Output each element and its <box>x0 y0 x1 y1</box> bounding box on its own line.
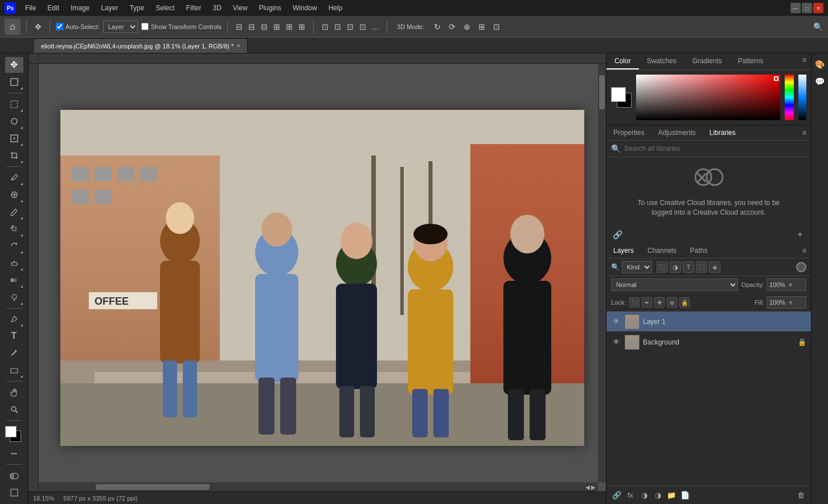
tab-adjustments[interactable]: Adjustments <box>651 125 703 140</box>
color-panel-menu[interactable]: ≡ <box>798 54 811 69</box>
menu-3d[interactable]: 3D <box>208 3 226 13</box>
tab-layers[interactable]: Layers <box>606 243 641 258</box>
menu-plugins[interactable]: Plugins <box>255 3 286 13</box>
search-button[interactable]: 🔍 <box>812 21 823 32</box>
delete-layer-icon[interactable]: 🗑 <box>795 490 806 501</box>
layer1-visibility[interactable]: 👁 <box>611 317 621 327</box>
layer-item-background[interactable]: 👁 Background 🔒 <box>606 332 811 353</box>
eyedropper-tool-button[interactable] <box>5 170 23 186</box>
dist-v-icon[interactable]: ⊡ <box>332 21 343 32</box>
background-visibility[interactable]: 👁 <box>611 337 621 347</box>
align-bottom-icon[interactable]: ⊞ <box>296 21 308 32</box>
layer-item-layer1[interactable]: 👁 Layer 1 <box>606 312 811 332</box>
gradient-tool-button[interactable] <box>5 272 23 288</box>
opacity-chevron[interactable]: ▼ <box>788 282 793 288</box>
shape-tool-button[interactable] <box>5 362 23 378</box>
history-brush-button[interactable] <box>5 238 23 254</box>
tab-swatches[interactable]: Swatches <box>639 54 684 69</box>
align-top-icon[interactable]: ⊞ <box>271 21 282 32</box>
clone-tool-button[interactable] <box>5 221 23 237</box>
close-button[interactable]: ✕ <box>813 3 823 13</box>
scroll-left-arrow[interactable]: ◀ <box>585 484 590 490</box>
dist-space-icon[interactable]: ⊡ <box>357 21 368 32</box>
vertical-scrollbar[interactable] <box>598 64 606 482</box>
menu-help[interactable]: Help <box>324 3 347 13</box>
menu-window[interactable]: Window <box>288 3 322 13</box>
screen-mode-button[interactable] <box>5 485 23 501</box>
dodge-tool-button[interactable] <box>5 289 23 305</box>
layers-panel-menu[interactable]: ≡ <box>798 244 811 257</box>
layer-kind-filter[interactable]: Kind <box>622 261 652 273</box>
auto-select-check[interactable] <box>56 23 63 30</box>
group-layers-icon[interactable]: 📁 <box>666 490 677 501</box>
select-tool-button[interactable] <box>5 130 23 146</box>
align-right-icon[interactable]: ⊟ <box>259 21 270 32</box>
filter-toggle[interactable] <box>796 262 806 272</box>
minimize-button[interactable]: — <box>790 3 801 13</box>
path-select-button[interactable] <box>5 345 23 361</box>
fill-input[interactable]: 100% ▼ <box>766 296 806 309</box>
3d-rotate-icon[interactable]: ↻ <box>432 21 443 32</box>
3d-scale-icon[interactable]: ⊡ <box>491 21 502 32</box>
menu-file[interactable]: File <box>21 3 40 13</box>
tab-paths[interactable]: Paths <box>683 243 715 258</box>
fill-chevron[interactable]: ▼ <box>788 300 793 306</box>
3d-slide-icon[interactable]: ⊞ <box>476 21 487 32</box>
tab-properties[interactable]: Properties <box>606 125 651 140</box>
lock-position-icon[interactable]: ⊕ <box>667 297 677 308</box>
vscroll-thumb[interactable] <box>599 75 605 109</box>
zoom-tool-button[interactable] <box>5 401 23 417</box>
more-tools-button[interactable]: ••• <box>5 445 23 461</box>
auto-select-checkbox[interactable]: Auto-Select: <box>56 23 100 30</box>
pen-tool-button[interactable] <box>5 311 23 327</box>
adjustment-layer-icon[interactable]: ◑ <box>652 490 663 501</box>
layer-style-icon[interactable]: fx <box>625 490 636 501</box>
menu-filter[interactable]: Filter <box>182 3 206 13</box>
lock-all-icon[interactable]: 🔒 <box>679 297 690 308</box>
menu-layer[interactable]: Layer <box>96 3 122 13</box>
alpha-slider[interactable] <box>798 75 806 120</box>
artboard-tool-button[interactable] <box>5 74 23 90</box>
lock-pixels-icon[interactable]: ⬛ <box>629 297 640 308</box>
tab-close-button[interactable]: × <box>237 43 240 49</box>
blend-mode-select[interactable]: Normal <box>611 278 738 291</box>
mini-panel-chat-icon[interactable]: 💬 <box>814 75 826 88</box>
healing-tool-button[interactable] <box>5 187 23 203</box>
tab-channels[interactable]: Channels <box>641 243 683 258</box>
hscroll-thumb[interactable] <box>96 484 210 490</box>
align-left-icon[interactable]: ⊟ <box>233 21 245 32</box>
menu-select[interactable]: Select <box>151 3 179 13</box>
tab-color[interactable]: Color <box>606 54 639 69</box>
scroll-right-arrow[interactable]: ▶ <box>591 484 596 490</box>
3d-pan-icon[interactable]: ⊕ <box>461 21 473 32</box>
show-transform-check[interactable] <box>141 23 149 30</box>
menu-image[interactable]: Image <box>66 3 94 13</box>
lock-paint-icon[interactable]: ✒ <box>642 297 652 308</box>
tab-gradients[interactable]: Gradients <box>684 54 730 69</box>
dist-more-icon[interactable]: … <box>370 21 381 32</box>
layer-mask-icon[interactable]: ◑ <box>638 490 650 501</box>
smart-filter-icon[interactable]: ◈ <box>709 261 720 273</box>
align-middle-icon[interactable]: ⊞ <box>284 21 295 32</box>
pixel-filter-icon[interactable]: ⬛ <box>657 261 668 273</box>
lib-add-button[interactable]: + <box>794 228 806 241</box>
3d-roll-icon[interactable]: ⟳ <box>446 21 458 32</box>
brush-tool-button[interactable] <box>5 204 23 220</box>
tab-libraries[interactable]: Libraries <box>703 125 743 140</box>
link-layers-icon[interactable]: 🔗 <box>611 490 622 501</box>
home-button[interactable]: ⌂ <box>5 19 21 35</box>
text-filter-icon[interactable]: T <box>683 261 694 273</box>
crop-tool-button[interactable] <box>5 147 23 163</box>
document-tab[interactable]: eliott-reyna-jCEpN62oWL4-unsplash.jpg @ … <box>34 38 248 53</box>
lib-link-icon[interactable]: 🔗 <box>611 228 624 241</box>
shape-filter-icon[interactable]: ⬛ <box>696 261 707 273</box>
move-tool-options[interactable]: ✥ <box>32 21 44 32</box>
align-center-icon[interactable]: ⊟ <box>246 21 257 32</box>
fg-color-box[interactable] <box>611 87 626 102</box>
layer-group-select[interactable]: Layer Group <box>103 21 138 33</box>
tab-patterns[interactable]: Patterns <box>730 54 772 69</box>
menu-type[interactable]: Type <box>125 3 149 13</box>
foreground-color-swatch[interactable] <box>5 426 17 437</box>
menu-view[interactable]: View <box>228 3 252 13</box>
text-tool-button[interactable]: T <box>5 328 23 344</box>
